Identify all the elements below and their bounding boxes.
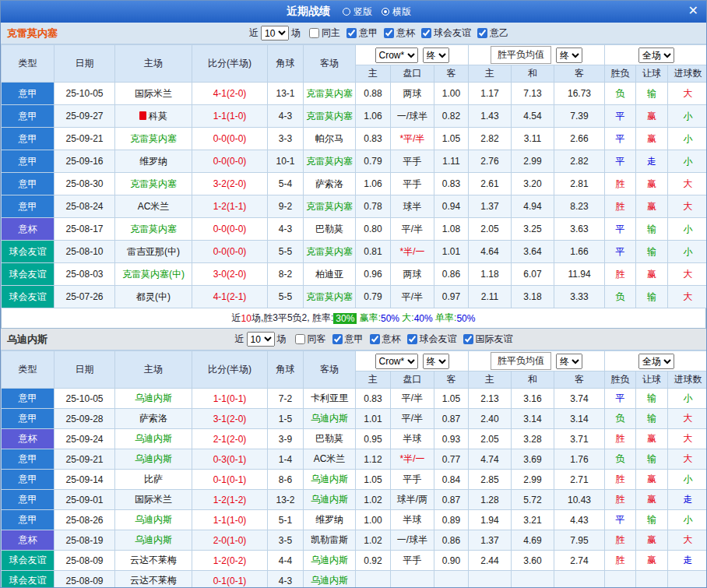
handicap-result-cell: 赢	[636, 173, 668, 195]
corner-cell: 13-1	[268, 83, 304, 105]
checkbox-input[interactable]	[463, 334, 473, 344]
checkbox-input[interactable]	[370, 334, 380, 344]
avg-draw-cell: 5.72	[512, 490, 554, 510]
odds-final-select[interactable]: 终	[423, 48, 449, 63]
wdl-result-cell: 胜	[605, 263, 636, 286]
col-corner-header: 角球	[268, 45, 304, 83]
checkbox-input[interactable]	[346, 28, 357, 38]
score-cell: 4-1(2-1)	[192, 286, 268, 308]
corner-cell: 10-1	[268, 150, 304, 173]
view-mode-option[interactable]: 竖版	[343, 5, 372, 19]
home-odds-cell: 1.02	[356, 490, 391, 510]
competition-type-cell: 意甲	[2, 83, 55, 105]
handicap-line-cell: 一/球半	[391, 530, 434, 551]
filter-checkbox[interactable]: 意甲	[346, 26, 378, 40]
home-team-cell: 都灵(中)	[115, 286, 192, 308]
score-cell: 2-0(1-0)	[192, 530, 268, 551]
away-team-cell: 克雷莫内塞	[304, 150, 356, 173]
match-row: 球会友谊25-07-26都灵(中)4-1(2-1)5-5克雷莫内塞0.79平/半…	[2, 286, 707, 308]
away-odds-cell: 1.05	[434, 389, 469, 409]
filter-checkbox[interactable]: 球会友谊	[407, 333, 457, 346]
checkbox-input[interactable]	[332, 334, 343, 344]
corner-cell: 13-2	[268, 490, 304, 510]
team-name-text: 科莫	[149, 111, 167, 121]
view-mode-option[interactable]: 横版	[382, 5, 411, 19]
filter-checkbox[interactable]: 意杯	[370, 333, 401, 346]
home-team-cell: 乌迪内斯	[115, 530, 192, 551]
summary-text: 10	[241, 313, 251, 324]
match-row: 意甲25-09-21克雷莫内塞0-0(0-0)3-3帕尔马0.83*平/半1.0…	[2, 128, 707, 150]
filter-checkbox[interactable]: 同客	[295, 333, 326, 346]
goals-header: 进球数	[668, 371, 707, 389]
avg-draw-cell: 7.13	[512, 83, 554, 105]
radio-icon[interactable]	[382, 8, 389, 16]
avg-draw-header: 和	[512, 65, 554, 83]
scope-select[interactable]: 全场	[638, 48, 674, 63]
match-row: 意甲25-09-01国际米兰1-2(1-2)13-2乌迪内斯1.02球半/两0.…	[2, 490, 707, 510]
wdl-result-cell: 胜	[605, 551, 636, 571]
checkbox-input[interactable]	[384, 28, 394, 38]
home-team-cell: 云达不莱梅	[115, 571, 192, 588]
odds-final-select[interactable]: 终	[423, 354, 449, 369]
score-cell: 3-2(2-0)	[192, 173, 268, 195]
filter-checkbox[interactable]: 意甲	[332, 333, 364, 346]
checkbox-input[interactable]	[421, 28, 431, 38]
team-name-text: 维罗纳	[139, 156, 167, 167]
checkbox-input[interactable]	[295, 334, 305, 344]
close-icon[interactable]: ✕	[688, 3, 698, 19]
checkbox-input[interactable]	[407, 334, 417, 344]
avg-final-select[interactable]: 终	[556, 354, 582, 369]
away-odds-cell: 0.83	[434, 173, 469, 195]
goals-result-cell: 走	[668, 490, 707, 510]
handicap-line-cell: *半/一	[391, 241, 434, 263]
corner-cell: 7-2	[268, 389, 304, 409]
match-count-select[interactable]: 10	[261, 26, 289, 40]
avg-away-cell: 3.14	[554, 409, 605, 429]
handicap-result-cell: 输	[636, 510, 668, 530]
corner-cell: 8-6	[268, 470, 304, 490]
home-odds-cell: 1.00	[356, 510, 391, 530]
away-odds-cell: 0.87	[434, 409, 469, 429]
match-row: 意甲25-08-30克雷莫内塞3-2(2-0)5-4萨索洛1.06平手0.832…	[2, 173, 707, 195]
filter-checkbox[interactable]: 国际友谊	[463, 333, 513, 346]
home-team-cell: 科莫	[115, 105, 192, 128]
wdl-result-cell: 负	[605, 83, 636, 105]
avg-away-cell: 2.71	[554, 470, 605, 490]
radio-icon[interactable]	[343, 8, 350, 16]
competition-type-cell: 意甲	[2, 470, 55, 490]
corner-cell: 4-3	[268, 218, 304, 241]
odds-home-header: 主	[356, 65, 391, 83]
checkbox-input[interactable]	[477, 28, 487, 38]
match-count-select[interactable]: 10	[247, 332, 275, 347]
filter-checkbox[interactable]: 意杯	[384, 26, 415, 40]
avg-home-cell: 2.85	[469, 470, 512, 490]
goals-result-cell: 大	[668, 263, 707, 286]
checkbox-input[interactable]	[309, 28, 319, 38]
summary-text: 大:	[399, 312, 414, 325]
away-team-cell: 卡利亚里	[304, 389, 356, 409]
record-summary: 近10场,胜3平5负2, 胜率:30% 赢率:50% 大:40% 单率:50%	[1, 308, 706, 329]
score-cell: 0-1(0-1)	[192, 470, 268, 490]
away-team-cell: 克雷莫内塞	[304, 286, 356, 308]
avg-away-cell: 3.63	[554, 218, 605, 241]
avg-away-cell: 3.74	[554, 389, 605, 409]
away-odds-cell: 1.11	[434, 150, 469, 173]
filter-checkbox[interactable]: 同主	[309, 26, 340, 40]
avg-draw-cell: 4.54	[512, 105, 554, 128]
filter-label: 意乙	[490, 26, 508, 40]
odds-source-select[interactable]: Crow*	[375, 354, 418, 369]
avg-away-cell: 7.39	[554, 105, 605, 128]
avg-draw-cell: 2.99	[512, 470, 554, 490]
odds-source-select[interactable]: Crow*	[375, 48, 418, 63]
competition-type-cell: 意甲	[2, 150, 55, 173]
score-cell: 0-0(0-0)	[192, 150, 268, 173]
home-team-cell: 国际米兰	[115, 490, 192, 510]
filter-checkbox[interactable]: 球会友谊	[421, 26, 471, 40]
avg-home-cell: 4.74	[469, 449, 512, 470]
home-team-cell: AC米兰	[115, 195, 192, 218]
handicap-line-cell: 半球	[391, 510, 434, 530]
live-icon	[139, 111, 146, 120]
filter-checkbox[interactable]: 意乙	[477, 26, 508, 40]
avg-final-select[interactable]: 终	[556, 48, 582, 63]
scope-select[interactable]: 全场	[638, 354, 674, 369]
